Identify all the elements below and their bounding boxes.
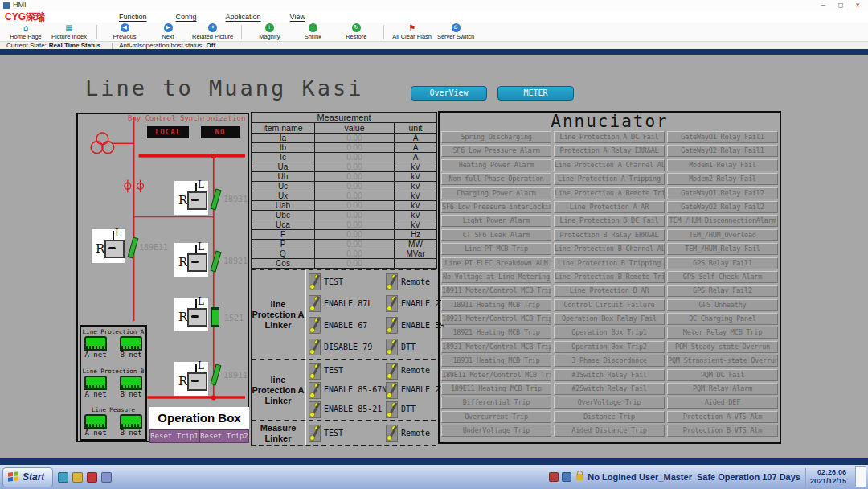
annunciator-tile[interactable]: Modem2 Relay Fail <box>667 173 778 185</box>
toolbar-button-restore[interactable]: ↻Restore <box>337 23 375 40</box>
annunciator-tile[interactable]: GateWayO1 Relay Fail2 <box>667 187 778 199</box>
network-icon[interactable] <box>562 472 571 482</box>
annunciator-tile[interactable]: #2Switch Relay Fail <box>554 383 665 395</box>
annunciator-tile[interactable]: SF6 Low Pressure interLocking <box>441 201 551 213</box>
annunciator-tile[interactable]: Line Protection A Channel ALM <box>554 159 665 171</box>
annunciator-tile[interactable]: 18931 Heating MCB Trip <box>441 355 551 367</box>
annunciator-tile[interactable]: GPS Relay Fail1 <box>667 257 778 269</box>
device-control-box-1521[interactable]: LR <box>174 298 208 331</box>
annunciator-tile[interactable]: PQM Stransient-state Overrun <box>667 355 778 367</box>
reset-button-reset-trip1[interactable]: Reset Trip1 <box>149 429 199 443</box>
linker-switch-icon[interactable] <box>309 401 321 418</box>
annunciator-tile[interactable]: Operation Box Relay Fail <box>554 313 665 325</box>
toolbar-button-server-switch[interactable]: ⊜Server Switch <box>436 23 475 40</box>
annunciator-tile[interactable]: GateWayO2 Relay Fail1 <box>667 145 778 157</box>
annunciator-tile[interactable]: #1Switch Relay Fail <box>554 369 665 381</box>
toolbar-button-shrink[interactable]: −Shrink <box>293 23 332 40</box>
close-button[interactable]: ✕ <box>856 1 860 10</box>
battery-icon[interactable] <box>72 472 83 483</box>
annunciator-tile[interactable]: 189E11 Heating MCB Trip <box>441 383 551 395</box>
annunciator-tile[interactable]: 18921 Moter/Control MCB Trip <box>441 313 551 325</box>
annunciator-tile[interactable]: TEM_/HUM_Overload <box>667 229 778 241</box>
menu-view[interactable]: View <box>290 12 305 22</box>
annunciator-tile[interactable]: Spring Discharging <box>441 131 551 143</box>
toolbar-button-magnify[interactable]: +Magnify <box>250 23 289 40</box>
linker-switch-icon[interactable] <box>386 382 398 399</box>
linker-switch-icon[interactable] <box>386 317 398 334</box>
menu-config[interactable]: Config <box>176 12 197 22</box>
annunciator-tile[interactable]: Protection B Relay ERR&AL <box>554 229 665 241</box>
disconnector-symbol-18921[interactable] <box>210 251 220 271</box>
annunciator-tile[interactable]: Modem1 Relay Fail <box>667 159 778 171</box>
linker-switch-icon[interactable] <box>386 401 398 418</box>
linker-switch-icon[interactable] <box>309 382 321 399</box>
annunciator-tile[interactable]: Meter Relay MCB Trip <box>667 327 778 339</box>
annunciator-tile[interactable]: GPS Relay Fail2 <box>667 285 778 297</box>
toolbar-button-previous[interactable]: ◀Previous <box>105 23 144 40</box>
annunciator-tile[interactable]: 18921 Heating MCB Trip <box>441 327 551 339</box>
security-shield-icon[interactable] <box>87 472 97 483</box>
overview-button[interactable]: OverView <box>411 86 487 101</box>
toolbar-button-picture-index[interactable]: ▦Picture Index <box>50 23 88 40</box>
annunciator-tile[interactable]: 3 Phase Discordance <box>554 355 665 367</box>
toolbar-button-next[interactable]: ▶Next <box>149 23 187 40</box>
annunciator-tile[interactable]: Line Protection A Tripping <box>554 173 665 185</box>
reset-button-reset-trip2[interactable]: Reset Trip2 <box>199 429 249 443</box>
toolbar-button-all-clear-flash[interactable]: ⚑All Clear Flash <box>392 23 432 40</box>
annunciator-tile[interactable]: PQM Relay Alarm <box>667 383 778 395</box>
annunciator-tile[interactable]: Protection A Relay ERR&AL <box>554 145 665 157</box>
annunciator-tile[interactable]: DC Charging Panel <box>667 313 778 325</box>
device-control-box-18921[interactable]: LR <box>174 243 208 277</box>
annunciator-tile[interactable]: 18931 Moter/Control MCB Trip <box>441 341 551 353</box>
annunciator-tile[interactable]: Operation Box Trip2 <box>554 341 665 353</box>
linker-switch-icon[interactable] <box>309 425 321 442</box>
annunciator-tile[interactable]: Line PT MCB Trip <box>441 243 551 255</box>
device-control-box-18931[interactable]: LR <box>174 181 208 215</box>
linker-switch-icon[interactable] <box>309 317 321 334</box>
maximize-button[interactable]: □ <box>838 1 842 10</box>
annunciator-tile[interactable]: Line Protection B AR <box>554 285 665 297</box>
show-desktop-button[interactable] <box>855 466 866 487</box>
annunciator-tile[interactable]: Control Circuit Failure <box>554 299 665 311</box>
linker-switch-icon[interactable] <box>309 363 321 380</box>
annunciator-tile[interactable]: Charging Power Alarm <box>441 187 551 199</box>
annunciator-tile[interactable]: Protection B VTS Alm <box>667 425 778 437</box>
annunciator-tile[interactable]: GateWayO1 Relay Fail1 <box>667 131 778 143</box>
annunciator-tile[interactable]: Line Protection B Remote Trip <box>554 271 665 283</box>
minimize-button[interactable]: – <box>821 1 825 10</box>
linker-switch-icon[interactable] <box>309 273 321 290</box>
annunciator-tile[interactable]: SF6 Low Pressure Alarm <box>441 145 551 157</box>
annunciator-tile[interactable]: Distance Trip <box>554 411 665 423</box>
annunciator-tile[interactable]: Line Protection A Remote Trip <box>554 187 665 199</box>
device-control-box-189E11[interactable]: LR <box>92 229 125 263</box>
screenshot-icon[interactable] <box>58 472 68 483</box>
linker-switch-icon[interactable] <box>309 339 321 355</box>
disconnector-symbol-189E11[interactable] <box>127 237 137 257</box>
annunciator-tile[interactable]: Operation Box Trip1 <box>554 327 665 339</box>
annunciator-tile[interactable]: Line Protection B Tripping <box>554 257 665 269</box>
toolbar-button-home-page[interactable]: ⌂Home Page <box>6 23 45 40</box>
annunciator-tile[interactable]: Line Protection A AR <box>554 201 665 213</box>
image-viewer-icon[interactable] <box>101 472 112 483</box>
start-button[interactable]: Start <box>2 467 53 487</box>
annunciator-tile[interactable]: TEM_/HUM_DisconnectionAlarm <box>667 215 778 227</box>
annunciator-tile[interactable]: Line Protection A DC Fail <box>554 131 665 143</box>
annunciator-tile[interactable]: Overcurrent Trip <box>441 411 551 423</box>
annunciator-tile[interactable]: Heating Power Alarm <box>441 159 551 171</box>
annunciator-tile[interactable]: CT SF6 Leak Alarm <box>441 229 551 241</box>
disconnector-symbol-18911[interactable] <box>210 364 220 384</box>
linker-switch-icon[interactable] <box>386 295 398 312</box>
linker-switch-icon[interactable] <box>386 339 398 355</box>
linker-switch-icon[interactable] <box>386 273 398 290</box>
menu-function[interactable]: Function <box>119 12 147 22</box>
device-control-box-18911[interactable]: LR <box>174 362 208 396</box>
annunciator-tile[interactable]: Protection A VTS Alm <box>667 411 778 423</box>
annunciator-tile[interactable]: PQM Steady-state Overrun <box>667 341 778 353</box>
annunciator-tile[interactable]: GPS Self-Check Alarm <box>667 271 778 283</box>
menu-application[interactable]: Application <box>226 12 261 22</box>
disconnector-symbol-18931[interactable] <box>210 189 220 209</box>
annunciator-tile[interactable]: Light Power Alarm <box>441 215 551 227</box>
annunciator-tile[interactable]: TEM_/HUM_Relay Fail <box>667 243 778 255</box>
annunciator-tile[interactable]: 18911 Heating MCB Trip <box>441 299 551 311</box>
annunciator-tile[interactable]: PQM DC Fail <box>667 369 778 381</box>
